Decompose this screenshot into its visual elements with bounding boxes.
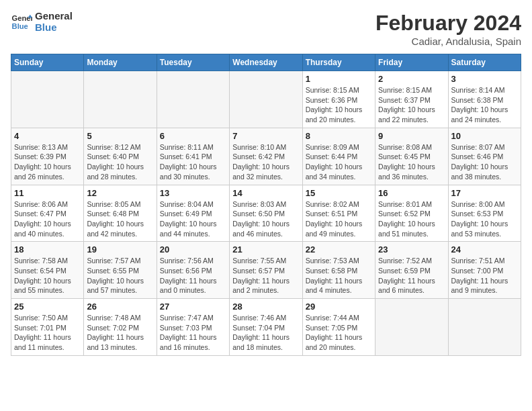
day-number: 22 [306,244,372,255]
day-info: Sunrise: 8:09 AMSunset: 6:44 PMDaylight:… [306,142,372,182]
svg-text:Blue: Blue [12,21,28,30]
calendar-cell: 24Sunrise: 7:51 AMSunset: 7:00 PMDayligh… [448,242,521,299]
calendar-cell: 19Sunrise: 7:57 AMSunset: 6:55 PMDayligh… [84,242,157,299]
calendar-cell: 1Sunrise: 8:15 AMSunset: 6:36 PMDaylight… [302,71,375,128]
day-number: 26 [87,302,153,312]
day-number: 23 [378,244,445,255]
calendar-cell: 10Sunrise: 8:07 AMSunset: 6:46 PMDayligh… [448,128,521,185]
calendar-table: SundayMondayTuesdayWednesdayThursdayFrid… [11,54,521,356]
calendar-cell: 14Sunrise: 8:03 AMSunset: 6:50 PMDayligh… [230,185,302,242]
month-title: February 2024 [375,11,521,36]
title-area: February 2024 Cadiar, Andalusia, Spain [375,11,521,47]
calendar-cell: 6Sunrise: 8:11 AMSunset: 6:41 PMDaylight… [157,128,229,185]
day-info: Sunrise: 8:10 AMSunset: 6:42 PMDaylight:… [232,142,299,182]
day-number: 28 [232,302,299,312]
weekday-header-sunday: Sunday [11,54,84,71]
calendar-cell: 16Sunrise: 8:01 AMSunset: 6:52 PMDayligh… [375,185,448,242]
day-number: 4 [14,131,81,141]
day-info: Sunrise: 8:11 AMSunset: 6:41 PMDaylight:… [160,142,226,182]
calendar-cell: 5Sunrise: 8:12 AMSunset: 6:40 PMDaylight… [84,128,157,185]
calendar-cell [230,71,302,128]
day-number: 24 [451,244,518,255]
day-info: Sunrise: 7:47 AMSunset: 7:03 PMDaylight:… [160,313,226,353]
weekday-header-saturday: Saturday [448,54,521,71]
logo-blue: Blue [35,22,73,34]
day-info: Sunrise: 8:08 AMSunset: 6:45 PMDaylight:… [378,142,445,182]
day-number: 27 [160,302,226,312]
calendar-cell: 2Sunrise: 8:15 AMSunset: 6:37 PMDaylight… [375,71,448,128]
day-info: Sunrise: 8:14 AMSunset: 6:38 PMDaylight:… [451,85,518,125]
calendar-cell: 13Sunrise: 8:04 AMSunset: 6:49 PMDayligh… [157,185,229,242]
day-info: Sunrise: 7:46 AMSunset: 7:04 PMDaylight:… [232,313,299,353]
day-info: Sunrise: 8:02 AMSunset: 6:51 PMDaylight:… [306,199,372,239]
day-number: 2 [378,74,445,84]
day-info: Sunrise: 8:03 AMSunset: 6:50 PMDaylight:… [232,199,299,239]
day-number: 14 [232,188,299,198]
day-info: Sunrise: 7:52 AMSunset: 6:59 PMDaylight:… [378,256,445,295]
day-info: Sunrise: 8:00 AMSunset: 6:53 PMDaylight:… [451,199,518,239]
day-info: Sunrise: 8:06 AMSunset: 6:47 PMDaylight:… [14,199,81,239]
calendar-cell: 27Sunrise: 7:47 AMSunset: 7:03 PMDayligh… [157,299,229,356]
day-info: Sunrise: 7:55 AMSunset: 6:57 PMDaylight:… [232,256,299,295]
calendar-cell: 7Sunrise: 8:10 AMSunset: 6:42 PMDaylight… [230,128,302,185]
calendar-cell [375,299,448,356]
day-number: 3 [451,74,518,84]
logo-icon: General Blue [11,11,32,33]
page-header: General Blue General Blue February 2024 … [11,11,521,47]
calendar-cell: 23Sunrise: 7:52 AMSunset: 6:59 PMDayligh… [375,242,448,299]
calendar-cell: 9Sunrise: 8:08 AMSunset: 6:45 PMDaylight… [375,128,448,185]
day-number: 8 [306,131,372,141]
day-info: Sunrise: 7:50 AMSunset: 7:01 PMDaylight:… [14,313,81,353]
weekday-header-friday: Friday [375,54,448,71]
day-info: Sunrise: 7:53 AMSunset: 6:58 PMDaylight:… [306,256,372,295]
day-number: 20 [160,244,226,255]
calendar-cell: 26Sunrise: 7:48 AMSunset: 7:02 PMDayligh… [84,299,157,356]
day-number: 29 [306,302,372,312]
calendar-cell: 4Sunrise: 8:13 AMSunset: 6:39 PMDaylight… [11,128,84,185]
day-number: 25 [14,302,81,312]
logo: General Blue General Blue [11,11,73,33]
day-info: Sunrise: 7:48 AMSunset: 7:02 PMDaylight:… [87,313,153,353]
calendar-cell: 15Sunrise: 8:02 AMSunset: 6:51 PMDayligh… [302,185,375,242]
calendar-cell: 12Sunrise: 8:05 AMSunset: 6:48 PMDayligh… [84,185,157,242]
calendar-cell [157,71,229,128]
svg-text:General: General [12,14,32,22]
weekday-header-monday: Monday [84,54,157,71]
calendar-cell: 17Sunrise: 8:00 AMSunset: 6:53 PMDayligh… [448,185,521,242]
day-number: 6 [160,131,226,141]
day-info: Sunrise: 8:07 AMSunset: 6:46 PMDaylight:… [451,142,518,182]
calendar-cell: 11Sunrise: 8:06 AMSunset: 6:47 PMDayligh… [11,185,84,242]
day-number: 11 [14,188,81,198]
day-info: Sunrise: 8:01 AMSunset: 6:52 PMDaylight:… [378,199,445,239]
day-info: Sunrise: 7:51 AMSunset: 7:00 PMDaylight:… [451,256,518,295]
location-title: Cadiar, Andalusia, Spain [375,36,521,47]
day-number: 9 [378,131,445,141]
day-info: Sunrise: 8:12 AMSunset: 6:40 PMDaylight:… [87,142,153,182]
calendar-cell: 22Sunrise: 7:53 AMSunset: 6:58 PMDayligh… [302,242,375,299]
day-info: Sunrise: 8:05 AMSunset: 6:48 PMDaylight:… [87,199,153,239]
day-number: 15 [306,188,372,198]
day-number: 18 [14,244,81,255]
calendar-cell: 28Sunrise: 7:46 AMSunset: 7:04 PMDayligh… [230,299,302,356]
calendar-cell: 18Sunrise: 7:58 AMSunset: 6:54 PMDayligh… [11,242,84,299]
weekday-header-wednesday: Wednesday [230,54,302,71]
day-info: Sunrise: 7:57 AMSunset: 6:55 PMDaylight:… [87,256,153,295]
calendar-cell: 21Sunrise: 7:55 AMSunset: 6:57 PMDayligh… [230,242,302,299]
calendar-cell: 29Sunrise: 7:44 AMSunset: 7:05 PMDayligh… [302,299,375,356]
day-number: 17 [451,188,518,198]
weekday-header-tuesday: Tuesday [157,54,229,71]
day-info: Sunrise: 8:15 AMSunset: 6:36 PMDaylight:… [306,85,372,125]
day-number: 12 [87,188,153,198]
day-number: 5 [87,131,153,141]
calendar-cell [448,299,521,356]
day-number: 19 [87,244,153,255]
day-info: Sunrise: 8:13 AMSunset: 6:39 PMDaylight:… [14,142,81,182]
day-info: Sunrise: 8:04 AMSunset: 6:49 PMDaylight:… [160,199,226,239]
day-info: Sunrise: 8:15 AMSunset: 6:37 PMDaylight:… [378,85,445,125]
day-number: 7 [232,131,299,141]
calendar-cell [11,71,84,128]
day-info: Sunrise: 7:56 AMSunset: 6:56 PMDaylight:… [160,256,226,295]
calendar-cell: 8Sunrise: 8:09 AMSunset: 6:44 PMDaylight… [302,128,375,185]
day-number: 13 [160,188,226,198]
calendar-cell: 3Sunrise: 8:14 AMSunset: 6:38 PMDaylight… [448,71,521,128]
